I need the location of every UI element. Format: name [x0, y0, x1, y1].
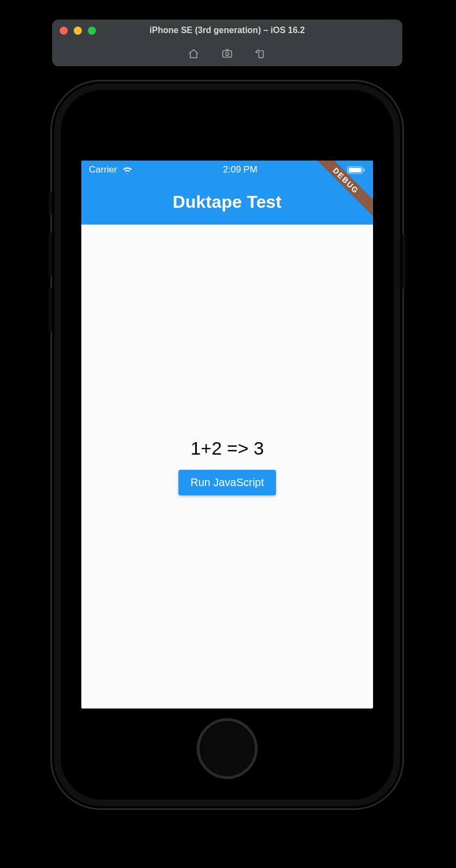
app-header: Carrier 2:09 PM: [81, 161, 373, 225]
device-bezel: Carrier 2:09 PM: [61, 90, 394, 800]
simulator-title: iPhone SE (3rd generation) – iOS 16.2: [52, 25, 402, 35]
result-text: 1+2 => 3: [190, 438, 264, 459]
svg-rect-0: [223, 51, 232, 58]
status-bar-time: 2:09 PM: [223, 164, 257, 175]
svg-rect-5: [363, 168, 364, 171]
app-bar: Duktape Test: [81, 179, 373, 225]
app-body: 1+2 => 3 Run JavaScript: [81, 225, 373, 709]
status-bar: Carrier 2:09 PM: [81, 161, 373, 179]
close-window-button[interactable]: [60, 27, 68, 35]
mute-switch[interactable]: [49, 192, 52, 215]
home-button[interactable]: [197, 718, 258, 779]
status-bar-left: Carrier: [89, 164, 133, 175]
carrier-label: Carrier: [89, 164, 117, 175]
volume-down-button[interactable]: [49, 288, 52, 332]
status-bar-right: [347, 166, 365, 174]
traffic-lights: [60, 27, 96, 35]
simulator-toolbar: [52, 41, 402, 66]
wifi-icon: [121, 165, 133, 174]
screenshot-icon[interactable]: [221, 48, 233, 60]
battery-icon: [347, 166, 365, 174]
power-button[interactable]: [402, 234, 406, 289]
device-screen: Carrier 2:09 PM: [81, 161, 373, 709]
svg-rect-2: [259, 51, 263, 58]
app-title: Duktape Test: [173, 192, 282, 212]
svg-point-1: [226, 53, 229, 56]
run-javascript-button[interactable]: Run JavaScript: [178, 470, 276, 495]
simulator-window-chrome: iPhone SE (3rd generation) – iOS 16.2: [52, 20, 402, 66]
iphone-device-frame: Carrier 2:09 PM: [52, 81, 402, 808]
zoom-window-button[interactable]: [88, 27, 96, 35]
home-icon[interactable]: [188, 48, 200, 60]
rotate-icon[interactable]: [255, 48, 267, 60]
minimize-window-button[interactable]: [74, 27, 82, 35]
svg-rect-4: [349, 168, 361, 173]
simulator-titlebar: iPhone SE (3rd generation) – iOS 16.2: [52, 20, 402, 41]
volume-up-button[interactable]: [49, 232, 52, 277]
